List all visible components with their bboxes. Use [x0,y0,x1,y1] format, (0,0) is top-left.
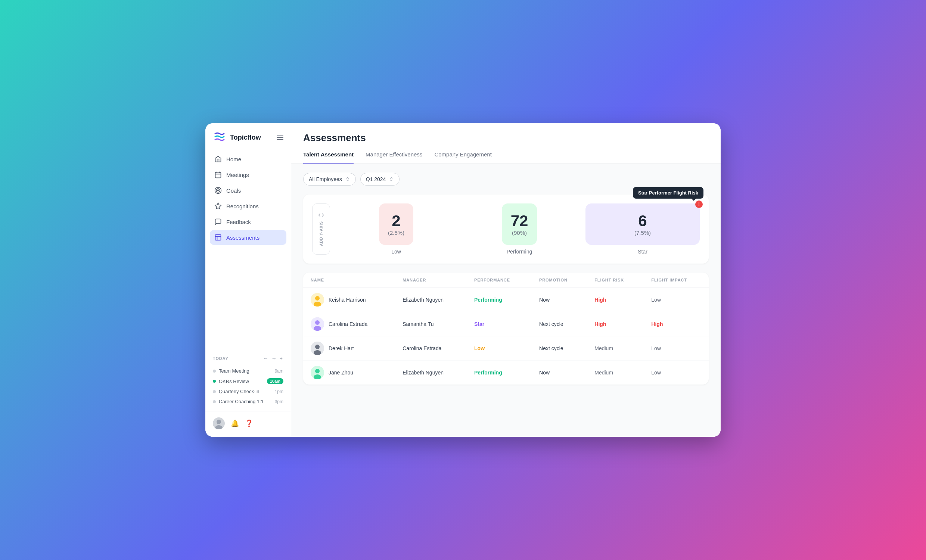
employees-filter[interactable]: All Employees [303,173,356,186]
table-row[interactable]: Jane Zhou Elizabeth Nguyen Performing No… [303,361,709,385]
tab-talent-assessment[interactable]: Talent Assessment [303,151,354,163]
target-icon [214,187,222,194]
filters-row: All Employees Q1 2024 [303,173,709,186]
cell-promotion: Now [532,361,587,385]
employee-avatar [311,366,324,379]
cell-manager: Carolina Estrada [395,336,467,361]
cell-flight-impact: High [644,312,709,336]
goals-label: Goals [226,188,241,194]
employee-avatar [311,293,324,307]
stat-star-pct: (7.5%) [634,230,651,236]
cell-promotion: Next cycle [532,312,587,336]
cell-flight-impact: Low [644,288,709,312]
stat-performing-value: 72 [511,212,528,230]
today-label: TODAY [213,356,260,361]
sidebar-item-assessments[interactable]: Assessments [210,230,286,245]
hamburger-button[interactable] [277,135,283,140]
cell-flight-risk: Medium [587,361,644,385]
user-avatar[interactable] [213,418,225,429]
meeting-dot [213,390,216,393]
add-y-axis-button[interactable]: ADD Y-AXIS [312,203,330,254]
cell-performance: Performing [467,361,532,385]
sidebar-item-recognitions[interactable]: Recognitions [210,198,286,213]
col-flight-impact: FLIGHT IMPACT [644,272,709,288]
col-manager: MANAGER [395,272,467,288]
data-table: NAME MANAGER PERFORMANCE PROMOTION FLIGH… [303,272,709,384]
meeting-time: 1pm [275,389,283,394]
chevron-up-down-icon [345,177,350,182]
meeting-item-okrs[interactable]: OKRs Review 10am [213,376,283,386]
meeting-item-quarterly[interactable]: Quarterly Check-in 1pm [213,386,283,397]
svg-rect-5 [215,235,221,241]
sidebar-footer: 🔔 ❓ [205,411,291,429]
prev-day-button[interactable]: ← [262,355,269,362]
sidebar-item-feedback[interactable]: Feedback [210,214,286,229]
cell-flight-impact: Low [644,336,709,361]
code-icon [318,212,324,218]
table-row[interactable]: Carolina Estrada Samantha Tu Star Next c… [303,312,709,336]
page-title: Assessments [303,132,709,144]
employee-name: Derek Hart [328,345,354,351]
period-filter[interactable]: Q1 2024 [360,173,400,186]
sidebar: Topicflow Home Meetings [205,123,291,437]
meeting-item-career[interactable]: Career Coaching 1:1 3pm [213,397,283,407]
stats-section: ADD Y-AXIS 2 (2.5%) Low 72 [303,195,709,263]
tab-company-engagement[interactable]: Company Engagement [434,151,492,163]
notifications-icon[interactable]: 🔔 [231,419,239,427]
meeting-dot [213,380,216,383]
sidebar-item-goals[interactable]: Goals [210,183,286,198]
employee-table: NAME MANAGER PERFORMANCE PROMOTION FLIGH… [303,272,709,384]
table-header: NAME MANAGER PERFORMANCE PROMOTION FLIGH… [303,272,709,288]
cell-promotion: Next cycle [532,336,587,361]
meeting-item-team[interactable]: Team Meeting 9am [213,366,283,376]
svg-point-15 [315,345,319,349]
cell-promotion: Now [532,288,587,312]
employee-avatar [311,317,324,331]
table-row[interactable]: Derek Hart Carolina Estrada Low Next cyc… [303,336,709,361]
svg-point-12 [315,320,319,325]
cell-performance: Star [467,312,532,336]
employees-filter-value: All Employees [309,176,342,182]
svg-point-9 [315,296,319,301]
sidebar-item-home[interactable]: Home [210,151,286,166]
meeting-dot [213,400,216,403]
home-icon [214,155,222,163]
cell-manager: Elizabeth Nguyen [395,361,467,385]
assessments-label: Assessments [226,235,260,241]
stat-card-performing-wrapper: 72 (90%) Performing [462,203,576,254]
stats-row: ADD Y-AXIS 2 (2.5%) Low 72 [312,203,700,254]
employee-name: Carolina Estrada [328,321,368,327]
col-promotion: PROMOTION [532,272,587,288]
cell-name: Jane Zhou [303,361,395,385]
employee-avatar [311,342,324,355]
stat-card-performing: 72 (90%) [502,203,537,245]
help-icon[interactable]: ❓ [245,419,253,427]
cell-performance: Low [467,336,532,361]
tab-manager-effectiveness[interactable]: Manager Effectiveness [366,151,422,163]
col-flight-risk: FLIGHT RISK [587,272,644,288]
cell-name: Keisha Harrison [303,288,395,312]
table-row[interactable]: Keisha Harrison Elizabeth Nguyen Perform… [303,288,709,312]
employee-name: Jane Zhou [328,369,353,375]
main-content: Assessments Talent Assessment Manager Ef… [291,123,721,437]
cell-flight-risk: High [587,312,644,336]
page-header: Assessments Talent Assessment Manager Ef… [291,123,721,164]
stat-low-value: 2 [392,212,400,230]
home-label: Home [226,156,241,162]
employee-name: Keisha Harrison [328,297,366,303]
stat-low-label: Low [391,249,401,254]
meeting-time: 3pm [275,399,283,404]
stat-card-low-wrapper: 2 (2.5%) Low [339,203,453,254]
add-meeting-button[interactable]: + [279,355,283,362]
logo-icon [213,131,226,144]
feedback-label: Feedback [226,219,251,225]
sidebar-item-meetings[interactable]: Meetings [210,167,286,182]
svg-rect-0 [215,172,221,178]
next-day-button[interactable]: → [271,355,277,362]
alert-dot: ! [695,200,703,208]
calendar-icon [214,171,222,179]
cell-manager: Elizabeth Nguyen [395,288,467,312]
stat-performing-label: Performing [507,249,532,254]
cell-flight-risk: Medium [587,336,644,361]
content-area: All Employees Q1 2024 [291,164,721,437]
